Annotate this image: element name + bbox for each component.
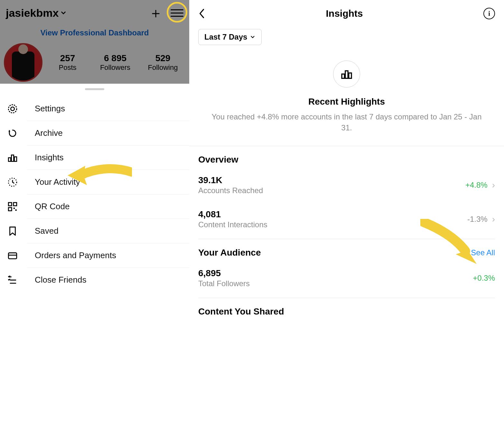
menu-saved-label: Saved — [35, 226, 59, 236]
menu-activity-label: Your Activity — [35, 177, 80, 187]
svg-rect-2 — [8, 158, 11, 161]
followers-stat[interactable]: 6 895 Followers — [93, 53, 138, 72]
sheet-handle[interactable] — [85, 88, 104, 90]
menu-archive-label: Archive — [35, 128, 63, 138]
archive-icon — [7, 128, 18, 139]
menu-activity[interactable]: Your Activity — [27, 170, 189, 194]
svg-rect-15 — [345, 71, 348, 78]
svg-text:★: ★ — [8, 275, 11, 278]
svg-rect-10 — [15, 209, 17, 211]
qr-icon — [7, 201, 18, 212]
chevron-down-icon — [250, 34, 256, 40]
back-button[interactable] — [198, 8, 205, 19]
content-shared-title: Content You Shared — [198, 306, 284, 317]
svg-rect-9 — [14, 207, 15, 209]
info-icon[interactable]: i — [483, 8, 495, 19]
activity-icon — [7, 177, 18, 188]
annotation-circle — [167, 2, 187, 23]
svg-rect-6 — [8, 202, 12, 206]
highlights-subtitle: You reached +4.8% more accounts in the l… — [205, 111, 488, 133]
avatar[interactable] — [4, 43, 42, 82]
menu-close-friends-label: Close Friends — [35, 275, 86, 285]
username-text: jasiekbmx — [6, 7, 59, 19]
accounts-reached-row[interactable]: 39.1K Accounts Reached +4.8% › — [198, 168, 495, 202]
content-interactions-row[interactable]: 4,081 Content Interactions -1.3% › — [198, 202, 495, 236]
highlights-chart-icon — [333, 61, 360, 88]
posts-stat[interactable]: 257 Posts — [45, 53, 90, 72]
chevron-right-icon: › — [492, 214, 495, 224]
menu-qr-label: QR Code — [35, 202, 70, 211]
menu-qr[interactable]: QR Code — [27, 194, 189, 219]
interactions-value: 4,081 — [198, 209, 267, 220]
chevron-down-icon — [60, 9, 67, 16]
followers-value: 6,895 — [198, 268, 250, 278]
posts-label: Posts — [45, 63, 90, 72]
audience-title: Your Audience — [198, 248, 261, 258]
followers-pct: +0.3% — [473, 274, 495, 283]
menu-settings-label: Settings — [35, 104, 65, 114]
card-icon — [7, 250, 18, 261]
followers-label: Followers — [93, 63, 138, 72]
total-followers-row[interactable]: 6,895 Total Followers +0.3% — [198, 261, 495, 295]
svg-rect-8 — [8, 207, 12, 211]
followers-label: Total Followers — [198, 279, 250, 288]
create-icon[interactable]: ＋ — [149, 6, 163, 20]
chevron-right-icon: › — [492, 180, 495, 190]
following-stat[interactable]: 529 Following — [140, 53, 185, 72]
menu-settings[interactable]: Settings — [27, 97, 189, 121]
menu-insights[interactable]: Insights — [27, 146, 189, 170]
page-title: Insights — [326, 8, 363, 19]
bookmark-icon — [7, 226, 18, 237]
following-count: 529 — [140, 53, 185, 63]
menu-orders-label: Orders and Payments — [35, 250, 116, 260]
insights-icon — [7, 152, 18, 163]
period-selector[interactable]: Last 7 Days — [198, 29, 262, 45]
menu-sheet: Settings Archive Insights Your Activity — [0, 84, 189, 432]
menu-archive[interactable]: Archive — [27, 121, 189, 146]
period-label: Last 7 Days — [204, 33, 247, 42]
overview-title: Overview — [198, 155, 238, 165]
svg-point-1 — [11, 107, 14, 110]
svg-rect-4 — [14, 157, 17, 161]
menu-orders[interactable]: Orders and Payments — [27, 243, 189, 268]
interactions-pct: -1.3% — [467, 215, 488, 224]
username-switcher[interactable]: jasiekbmx — [6, 7, 67, 19]
highlights-title: Recent Highlights — [205, 97, 488, 107]
gear-icon — [7, 103, 18, 114]
interactions-label: Content Interactions — [198, 220, 267, 229]
svg-rect-14 — [342, 74, 344, 78]
see-all-link[interactable]: See All — [471, 248, 495, 257]
posts-count: 257 — [45, 53, 90, 63]
menu-saved[interactable]: Saved — [27, 219, 189, 243]
following-label: Following — [140, 63, 185, 72]
reached-pct: +4.8% — [465, 181, 488, 190]
svg-point-0 — [8, 105, 17, 113]
svg-rect-11 — [8, 253, 17, 258]
pro-dashboard-link[interactable]: View Professional Dashboard — [0, 28, 189, 37]
svg-rect-16 — [349, 73, 351, 79]
svg-rect-3 — [11, 155, 14, 161]
menu-insights-label: Insights — [35, 153, 64, 163]
close-friends-icon: ★ — [7, 275, 18, 286]
svg-rect-7 — [14, 202, 17, 206]
reached-value: 39.1K — [198, 175, 263, 185]
followers-count: 6 895 — [93, 53, 138, 63]
reached-label: Accounts Reached — [198, 186, 263, 195]
menu-close-friends[interactable]: ★ Close Friends — [27, 268, 189, 292]
